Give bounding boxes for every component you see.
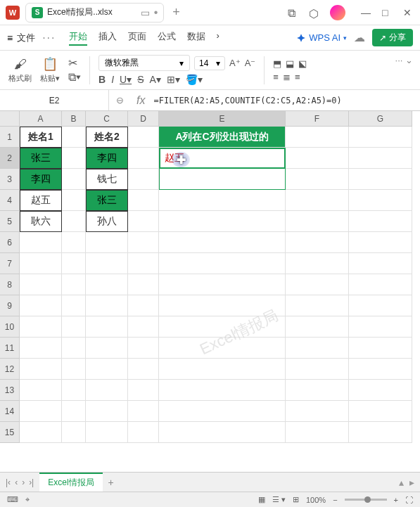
- sheet-nav-next-icon[interactable]: ›: [22, 477, 25, 487]
- cell[interactable]: [128, 148, 159, 169]
- italic-button[interactable]: I: [111, 74, 114, 85]
- sheet-nav-prev-icon[interactable]: ‹: [15, 477, 18, 487]
- cell[interactable]: [128, 232, 159, 253]
- format-painter[interactable]: 🖌 格式刷: [8, 57, 32, 84]
- cell[interactable]: [62, 380, 86, 401]
- tab-home[interactable]: 开始: [69, 30, 87, 46]
- view-normal-icon[interactable]: ▦: [258, 495, 265, 504]
- row-header[interactable]: 12: [0, 359, 20, 380]
- cell[interactable]: [62, 127, 86, 148]
- row-header[interactable]: 7: [0, 253, 20, 274]
- row-header[interactable]: 6: [0, 232, 20, 253]
- wps-ai-button[interactable]: WPS AI ▾: [296, 32, 347, 43]
- row-header[interactable]: 4: [0, 190, 20, 211]
- cell[interactable]: 姓名2: [86, 127, 128, 148]
- fill-color-button[interactable]: 🪣▾: [186, 74, 203, 85]
- tab-page[interactable]: 页面: [128, 30, 146, 46]
- status-pointer-icon[interactable]: ⌖: [25, 495, 30, 504]
- menu-more-icon[interactable]: ···: [42, 32, 56, 44]
- hamburger-icon[interactable]: ≡: [7, 32, 13, 44]
- cell[interactable]: [128, 422, 159, 443]
- row-header[interactable]: 10: [0, 316, 20, 338]
- cell[interactable]: 孙八: [86, 211, 128, 232]
- cell[interactable]: [159, 211, 286, 232]
- cell[interactable]: [62, 148, 86, 169]
- cancel-formula-icon[interactable]: ⊖: [116, 95, 124, 105]
- cell[interactable]: 李四: [20, 169, 62, 190]
- cell[interactable]: [20, 295, 62, 316]
- window-maximize[interactable]: □: [382, 7, 393, 18]
- cell[interactable]: [20, 253, 62, 274]
- bold-button[interactable]: B: [98, 74, 106, 85]
- cell[interactable]: [86, 359, 128, 380]
- tab-insert[interactable]: 插入: [98, 30, 117, 46]
- fx-icon[interactable]: fx: [131, 94, 151, 107]
- cell[interactable]: [159, 338, 286, 359]
- cell[interactable]: [286, 211, 349, 232]
- paste-button[interactable]: 📋 粘贴▾: [40, 56, 60, 84]
- row-header[interactable]: 11: [0, 338, 20, 359]
- cell[interactable]: [86, 401, 128, 422]
- sheet-tab[interactable]: Excel情报局: [39, 473, 102, 492]
- align-right-icon[interactable]: ≡: [295, 72, 300, 82]
- cell[interactable]: [159, 253, 286, 274]
- cell[interactable]: [286, 148, 349, 169]
- cell[interactable]: [128, 338, 159, 359]
- cell[interactable]: [86, 295, 128, 316]
- font-select[interactable]: 微软雅黑▾: [98, 55, 190, 71]
- cell[interactable]: [159, 359, 286, 380]
- cell[interactable]: [62, 169, 86, 190]
- file-menu[interactable]: 文件: [17, 32, 35, 44]
- col-header[interactable]: E: [159, 111, 286, 127]
- font-color-button[interactable]: A▾: [149, 74, 160, 85]
- cell[interactable]: 赵五: [20, 190, 62, 211]
- add-sheet-button[interactable]: +: [108, 477, 114, 488]
- scroll-right-icon[interactable]: ▸: [409, 477, 414, 488]
- font-grow-icon[interactable]: A⁺: [229, 58, 241, 68]
- new-tab-button[interactable]: +: [172, 5, 180, 20]
- col-header[interactable]: F: [286, 111, 349, 127]
- zoom-slider[interactable]: [345, 499, 387, 501]
- cell[interactable]: [128, 316, 159, 338]
- name-box[interactable]: E2: [0, 90, 109, 110]
- cell[interactable]: [159, 232, 286, 253]
- col-header[interactable]: A: [20, 111, 62, 127]
- cell[interactable]: [286, 253, 349, 274]
- cell[interactable]: [62, 211, 86, 232]
- sheet-nav-last-icon[interactable]: ›|: [29, 477, 34, 487]
- cell[interactable]: [86, 380, 128, 401]
- align-left-icon[interactable]: ≡: [273, 72, 279, 82]
- cell[interactable]: [86, 422, 128, 443]
- cell[interactable]: [159, 274, 286, 295]
- zoom-in-icon[interactable]: +: [394, 496, 398, 504]
- row-header[interactable]: 14: [0, 401, 20, 422]
- row-header[interactable]: 3: [0, 169, 20, 190]
- tab-data[interactable]: 数据: [187, 30, 205, 46]
- align-top-icon[interactable]: ⬒: [273, 58, 281, 69]
- cell[interactable]: [349, 169, 412, 190]
- cell[interactable]: [349, 211, 412, 232]
- user-avatar[interactable]: [330, 5, 345, 20]
- border-button[interactable]: ⊞▾: [167, 74, 180, 85]
- col-header[interactable]: C: [86, 111, 128, 127]
- cell[interactable]: [62, 253, 86, 274]
- cell[interactable]: 钱七: [86, 169, 128, 190]
- cell[interactable]: 张三: [20, 148, 62, 169]
- cell[interactable]: [128, 190, 159, 211]
- row-header[interactable]: 8: [0, 274, 20, 295]
- cell[interactable]: [20, 232, 62, 253]
- cell[interactable]: [128, 380, 159, 401]
- cell[interactable]: [159, 190, 286, 211]
- cell[interactable]: 李四: [86, 148, 128, 169]
- cell[interactable]: [286, 422, 349, 443]
- cell[interactable]: [286, 274, 349, 295]
- cell[interactable]: [86, 274, 128, 295]
- cloud-icon[interactable]: ☁: [354, 31, 365, 44]
- cell[interactable]: [62, 401, 86, 422]
- spreadsheet-grid[interactable]: A B C D E F G 1 2 3 4 5 6 7 8 9 10 11 12…: [0, 111, 420, 505]
- select-all-corner[interactable]: [0, 111, 20, 127]
- cell[interactable]: [128, 274, 159, 295]
- cell[interactable]: [349, 190, 412, 211]
- align-bottom-icon[interactable]: ⬕: [298, 58, 307, 69]
- cell[interactable]: [159, 295, 286, 316]
